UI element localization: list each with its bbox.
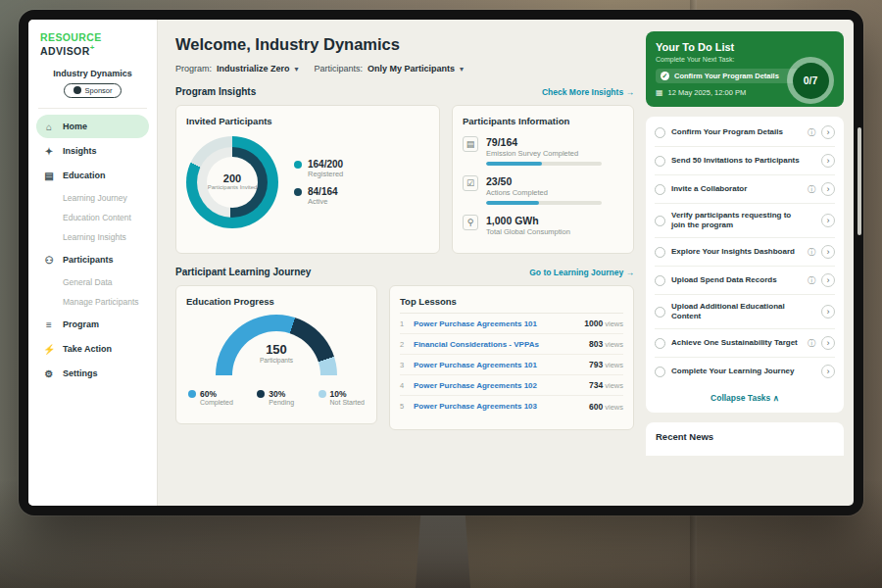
lesson-link[interactable]: Power Purchase Agreements 103 <box>414 402 589 411</box>
progress-bar <box>486 201 602 205</box>
todo-task-row[interactable]: Verify participants requesting to join t… <box>655 204 835 238</box>
page-title: Welcome, Industry Dynamics <box>175 35 634 54</box>
take-action-icon: ⚡ <box>43 344 55 355</box>
chevron-right-icon[interactable]: › <box>821 245 835 259</box>
todo-task-row[interactable]: Confirm Your Program Details ⓘ › <box>655 119 835 147</box>
settings-icon: ⚙ <box>43 368 55 379</box>
insights-cards-row: Invited Participants 200 Participants In… <box>175 105 634 254</box>
info-icon[interactable]: ⓘ <box>808 275 815 286</box>
chevron-right-icon[interactable]: › <box>821 365 835 378</box>
legend-dot <box>318 390 326 398</box>
chevron-right-icon[interactable]: › <box>821 154 835 168</box>
legend-dot <box>257 390 265 398</box>
participants-filter-value[interactable]: Only My Participants <box>368 64 455 74</box>
chevron-right-icon[interactable]: › <box>821 125 835 139</box>
sidebar-item-insights[interactable]: ✦ Insights <box>36 139 149 163</box>
chevron-right-icon[interactable]: › <box>821 214 835 227</box>
sponsor-badge[interactable]: Sponsor <box>64 83 122 98</box>
sidebar-item-learning-journey[interactable]: Learning Journey <box>36 188 149 208</box>
todo-task-row[interactable]: Send 50 Invitations to Participants ⓘ › <box>655 147 835 175</box>
arrow-right-icon: → <box>626 87 635 97</box>
info-icon[interactable]: ⓘ <box>808 247 815 258</box>
check-circle-icon: ✓ <box>661 72 669 80</box>
task-checkbox[interactable] <box>655 367 665 377</box>
sidebar-item-settings[interactable]: ⚙ Settings <box>36 362 149 385</box>
lesson-link[interactable]: Financial Considerations - VPPAs <box>414 340 589 349</box>
chevron-right-icon[interactable]: › <box>821 336 835 350</box>
sidebar-item-home[interactable]: ⌂ Home <box>36 115 149 138</box>
task-checkbox[interactable] <box>655 156 665 167</box>
progress-bar-fill <box>486 162 542 166</box>
info-icon[interactable]: ⓘ <box>808 127 815 138</box>
divider <box>38 108 147 109</box>
lesson-link[interactable]: Power Purchase Agreements 102 <box>414 381 589 390</box>
program-filter: Program: Industrialize Zero ▾ <box>175 64 299 74</box>
info-icon[interactable]: ⓘ <box>808 338 815 349</box>
next-task[interactable]: ✓ Confirm Your Program Details <box>656 69 801 83</box>
sidebar-item-education[interactable]: ▤ Education <box>36 164 149 187</box>
todo-task-row[interactable]: Explore Your Insights Dashboard ⓘ › <box>655 238 835 267</box>
info-icon[interactable]: ⓘ <box>808 184 815 195</box>
sidebar-item-learning-insights[interactable]: Learning Insights <box>36 227 149 247</box>
invited-legend: 164/200 Registered 84/164 Active <box>294 151 343 214</box>
chevron-down-icon[interactable]: ▾ <box>295 65 299 74</box>
sidebar-item-manage-participants[interactable]: Manage Participants <box>36 292 149 312</box>
task-checkbox[interactable] <box>655 338 665 349</box>
task-checkbox[interactable] <box>655 184 665 195</box>
todo-panel: Your To Do List Complete Your Next Task:… <box>646 20 854 506</box>
collapse-tasks-button[interactable]: Collapse Tasks ∧ <box>655 385 835 411</box>
chevron-down-icon[interactable]: ▾ <box>460 65 464 74</box>
arrow-right-icon: → <box>626 268 635 277</box>
insights-icon: ✦ <box>43 146 55 157</box>
task-checkbox[interactable] <box>655 275 665 286</box>
sidebar-item-program[interactable]: ≡ Program <box>36 313 149 336</box>
chevron-right-icon[interactable]: › <box>821 182 835 196</box>
org-block: Industry Dynamics Sponsor <box>28 69 157 99</box>
lesson-row: 4 Power Purchase Agreements 102 734 view… <box>400 375 623 396</box>
task-checkbox[interactable] <box>655 307 665 318</box>
gauge-legend: 60% Completed 30% Pending 10% Not Starte… <box>186 389 367 406</box>
learning-journey-header: Participant Learning Journey Go to Learn… <box>175 267 634 277</box>
todo-task-row[interactable]: Invite a Collaborator ⓘ › <box>655 175 835 204</box>
dashboard-screen: RESOURCE ADVISOR+ Industry Dynamics Spon… <box>28 20 854 506</box>
sidebar-item-education-content[interactable]: Education Content <box>36 208 149 227</box>
participants-filter: Participants: Only My Participants ▾ <box>315 64 465 74</box>
actions-icon: ☑ <box>463 175 478 191</box>
program-filter-label: Program: <box>175 64 212 74</box>
task-checkbox[interactable] <box>655 216 665 226</box>
home-icon: ⌂ <box>43 122 55 132</box>
todo-task-row[interactable]: Achieve One Sustainability Target ⓘ › <box>655 329 835 358</box>
progress-bar-fill <box>486 201 539 205</box>
sidebar: RESOURCE ADVISOR+ Industry Dynamics Spon… <box>28 20 158 506</box>
todo-task-row[interactable]: Upload Spend Data Records ⓘ › <box>655 267 835 295</box>
sidebar-item-participants[interactable]: ⚇ Participants <box>36 248 149 271</box>
lesson-link[interactable]: Power Purchase Agreements 101 <box>414 361 589 369</box>
chevron-right-icon[interactable]: › <box>821 305 835 318</box>
legend-registered: 164/200 Registered <box>294 159 343 178</box>
task-checkbox[interactable] <box>655 247 665 258</box>
org-name: Industry Dynamics <box>28 69 157 78</box>
todo-task-row[interactable]: Complete Your Learning Journey ⓘ › <box>655 358 835 385</box>
progress-bar <box>486 162 602 166</box>
todo-tasks-card: Confirm Your Program Details ⓘ › Send 50… <box>646 117 844 413</box>
participants-icon: ⚇ <box>43 255 55 266</box>
program-filter-value[interactable]: Industrialize Zero <box>217 64 290 74</box>
participants-information-card: Participants Information ▤ 79/164 Emissi… <box>452 105 634 254</box>
legend-dot <box>294 188 302 196</box>
info-row-survey: ▤ 79/164 Emission Survey Completed <box>463 136 623 166</box>
lesson-link[interactable]: Power Purchase Agreements 101 <box>414 319 584 328</box>
sidebar-item-general-data[interactable]: General Data <box>36 272 149 292</box>
check-more-insights-link[interactable]: Check More Insights → <box>542 87 634 97</box>
top-lessons-card: Top Lessons 1 Power Purchase Agreements … <box>389 285 634 430</box>
todo-task-row[interactable]: Upload Additional Educational Content ⓘ … <box>655 295 835 329</box>
calendar-icon: ▦ <box>656 88 663 97</box>
learning-cards-row: Education Progress 150 Participants 60% … <box>175 285 634 430</box>
go-to-learning-journey-link[interactable]: Go to Learning Journey → <box>529 268 634 277</box>
section-title: Program Insights <box>175 86 256 97</box>
todo-progress-ring: 0/7 <box>787 57 834 104</box>
task-checkbox[interactable] <box>655 127 665 138</box>
sidebar-item-take-action[interactable]: ⚡ Take Action <box>36 337 149 361</box>
info-row-consumption: ⚲ 1,000 GWh Total Global Consumption <box>463 215 623 236</box>
chevron-right-icon[interactable]: › <box>821 273 835 287</box>
sponsor-icon <box>74 86 81 94</box>
